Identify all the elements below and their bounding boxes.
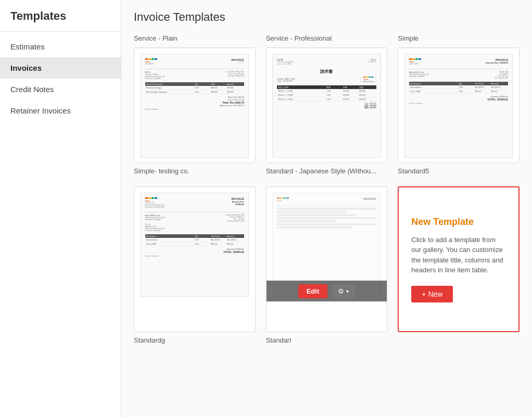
sidebar-item-retainer-invoices[interactable]: Retainer Invoices bbox=[0, 100, 121, 121]
new-template-card[interactable]: New Template Click to add a template fro… bbox=[398, 186, 520, 332]
main-content: Invoice Templates Service - Plain Servic… bbox=[121, 0, 532, 417]
gear-button[interactable]: ⚙ bbox=[332, 284, 355, 298]
bottom-label-0: Simple- testing co. bbox=[134, 167, 256, 178]
sidebar-title: Templates bbox=[0, 0, 121, 32]
sidebar-nav: Estimates Invoices Credit Notes Retainer… bbox=[0, 36, 121, 121]
third-label-0: Standardg bbox=[134, 336, 256, 347]
third-label-1: Standarl bbox=[266, 336, 388, 347]
page-title: Invoice Templates bbox=[134, 10, 520, 24]
sidebar-item-credit-notes[interactable]: Credit Notes bbox=[0, 79, 121, 100]
sidebar: Templates Estimates Invoices Credit Note… bbox=[0, 0, 121, 417]
top-label-1: Service - Professional bbox=[266, 34, 388, 45]
third-label-2 bbox=[398, 336, 520, 347]
template-preview-standarl: zoho INVOICE Edit bbox=[267, 187, 387, 301]
new-template-description: Click to add a template from our gallery… bbox=[411, 235, 506, 275]
new-template-button[interactable]: + New bbox=[411, 286, 453, 302]
bottom-label-1: Standard - Japanese Style (Withou... bbox=[266, 167, 388, 178]
template-card-service-plain[interactable]: zoho ZILLUM INC INVOICE #INV-11 Bill To … bbox=[134, 47, 256, 163]
template-preview-service-professional: 請求書 2200-0017 東京都新宿区 お支払い No: 00001 INV-… bbox=[267, 48, 387, 162]
template-card-standardg[interactable]: zoho ZOHO CORP 4900 Hopyard Rd Suite 310… bbox=[134, 186, 256, 332]
new-template-heading: New Template bbox=[411, 217, 474, 228]
template-preview-simple: zoho ZOHO CORP INVOICE Amount Due: $1584… bbox=[398, 48, 519, 162]
top-label-0: Service - Plain bbox=[134, 34, 256, 45]
edit-button[interactable]: Edit bbox=[298, 284, 328, 298]
top-label-2: Simple bbox=[398, 34, 520, 45]
sidebar-item-estimates[interactable]: Estimates bbox=[0, 36, 121, 57]
template-card-service-professional[interactable]: 請求書 2200-0017 東京都新宿区 お支払い No: 00001 INV-… bbox=[266, 47, 388, 163]
sidebar-item-invoices[interactable]: Invoices bbox=[0, 57, 121, 79]
template-preview-service-plain: zoho ZILLUM INC INVOICE #INV-11 Bill To … bbox=[134, 48, 255, 162]
template-overlay: Edit ⚙ bbox=[267, 281, 387, 301]
template-card-simple[interactable]: zoho ZOHO CORP INVOICE Amount Due: $1584… bbox=[398, 47, 520, 163]
template-preview-standardg: zoho ZOHO CORP 4900 Hopyard Rd Suite 310… bbox=[134, 187, 255, 301]
bottom-label-2: Standard5 bbox=[398, 167, 520, 178]
template-card-standarl[interactable]: zoho INVOICE Edit bbox=[266, 186, 388, 332]
